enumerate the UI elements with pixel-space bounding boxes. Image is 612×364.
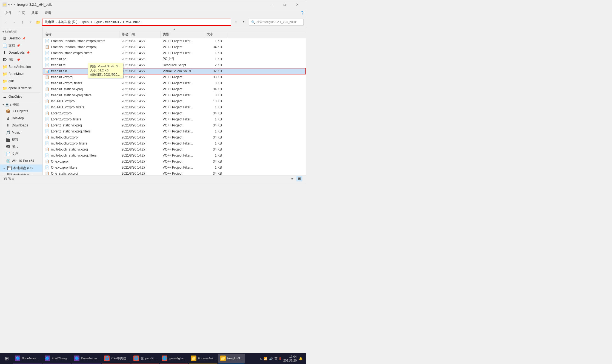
title-bar: 📁 ◂ ▸ ▾ freeglut-3.2.1_x64_build — □ ✕ <box>0 0 306 9</box>
table-row[interactable]: 📋 freeglut_static.vcxproj 2021/8/20 14:2… <box>43 86 306 92</box>
table-row[interactable]: 📄 Lorenz_static.vcxproj.filters 2021/8/2… <box>43 128 306 134</box>
cell-date: 2021/8/20 14:27 <box>119 116 161 122</box>
table-row[interactable]: 📊 freeglut.sln 2021/8/20 14:27 Visual St… <box>43 68 306 74</box>
dropdown-button[interactable]: ▾ <box>232 19 239 26</box>
search-box[interactable]: 🔍 搜索"freeglut-3.2.1_x64_build" <box>249 19 304 26</box>
table-row[interactable]: 📄 freeglut.vcxproj.filters 2021/8/20 14:… <box>43 80 306 86</box>
cell-date: 2021/8/20 14:27 <box>119 38 161 44</box>
table-row[interactable]: 📄 Lorenz.vcxproj.filters 2021/8/20 14:27… <box>43 116 306 122</box>
file-name: multi-touch_static.vcxproj <box>51 148 88 151</box>
forward-button[interactable]: › <box>11 19 18 26</box>
table-row[interactable]: 📋 freeglut.vcxproj 2021/8/20 14:27 VC++ … <box>43 74 306 80</box>
table-row[interactable]: 📋 INSTALL.vcxproj 2021/8/20 14:27 VC++ P… <box>43 98 306 104</box>
path-drive[interactable]: 本地磁盘 (D:) <box>58 20 77 24</box>
table-row[interactable]: 📄 INSTALL.vcxproj.filters 2021/8/20 14:2… <box>43 104 306 110</box>
cell-type: VC++ Project Filter... <box>161 164 204 170</box>
table-row[interactable]: 📄 freeglut_static.vcxproj.filters 2021/8… <box>43 92 306 98</box>
folder-bone-icon: 📁 <box>2 65 7 69</box>
help-button[interactable]: ? <box>301 11 304 16</box>
sidebar-item-downloads[interactable]: ⬇ Downloads 📌 <box>0 49 42 56</box>
sidebar-pictures2-label: 图片 <box>12 145 18 149</box>
win10-icon: 💿 <box>6 159 10 163</box>
col-date-header[interactable]: 修改日期 <box>119 31 161 38</box>
table-row[interactable]: 📄 multi-touch_static.vcxproj.filters 202… <box>43 152 306 158</box>
table-row[interactable]: 📄 Fractals_static.vcxproj.filters 2021/8… <box>43 50 306 56</box>
sidebar-quick-access[interactable]: ▾ 快速访问 <box>0 29 42 35</box>
up-button[interactable]: ↑ <box>19 19 26 26</box>
table-row[interactable]: 📋 multi-touch_static.vcxproj 2021/8/20 1… <box>43 146 306 152</box>
sidebar-video[interactable]: 🎬 视频 <box>0 136 42 143</box>
sidebar-video-label: 视频 <box>12 137 18 142</box>
docs2-icon: 📄 <box>6 152 10 156</box>
table-row[interactable]: 📄 freeglut.rc 2021/8/20 14:27 Resource S… <box>43 62 306 68</box>
sidebar-win10[interactable]: 💿 Win 10 Pro x64 <box>0 157 42 164</box>
sidebar-item-boneanimation[interactable]: 📁 BoneAnimation <box>0 63 42 70</box>
table-row[interactable]: 📄 multi-touch.vcxproj.filters 2021/8/20 … <box>43 140 306 146</box>
cell-size: 1 KB <box>204 128 226 134</box>
sidebar-item-bonemove[interactable]: 📁 BoneMove <box>0 70 42 77</box>
file-name: freeglut.vcxproj.filters <box>51 81 82 85</box>
address-path[interactable]: 此电脑 › 本地磁盘 (D:) › OpenGL › glut › freegl… <box>42 19 231 26</box>
col-size-header[interactable]: 大小 <box>204 31 226 38</box>
table-row[interactable]: 📄 Fractals_random_static.vcxproj.filters… <box>43 38 306 44</box>
maximize-button[interactable]: □ <box>278 0 291 9</box>
sidebar-downloads2[interactable]: ⬇ Downloads <box>0 122 42 129</box>
table-row[interactable]: 📄 freeglut.pc 2021/8/20 14:25 PC 文件 1 KB <box>43 56 306 62</box>
recent-button[interactable]: ▾ <box>27 19 34 26</box>
refresh-button[interactable]: ↻ <box>241 19 248 26</box>
sidebar-3dobjects[interactable]: 📦 3D Objects <box>0 108 42 115</box>
sidebar-item-docs[interactable]: 📄 文档 📌 <box>0 42 42 49</box>
menu-view[interactable]: 查看 <box>42 10 54 16</box>
sidebar-item-opengl[interactable]: 📁 openGlExercise <box>0 85 42 92</box>
path-thispc[interactable]: 此电脑 <box>45 20 55 24</box>
table-row[interactable]: 📋 One.vcxproj 2021/8/20 14:27 VC++ Proje… <box>43 158 306 164</box>
table-row[interactable]: 📋 Fractals_random_static.vcxproj 2021/8/… <box>43 44 306 50</box>
path-opengl[interactable]: OpenGL <box>81 20 93 24</box>
sidebar-music[interactable]: 🎵 Music <box>0 129 42 136</box>
col-type-header[interactable]: 类型 <box>161 31 204 38</box>
sidebar-desktop2[interactable]: 🖥 Desktop <box>0 115 42 122</box>
cell-date: 2021/8/20 14:27 <box>119 44 161 50</box>
scroll-up-indicator[interactable]: ▲ <box>43 27 306 31</box>
file-icon: 📄 <box>45 51 49 55</box>
sidebar-drive-e[interactable]: ▸ 💾 本地磁盘 (E:) <box>0 172 42 175</box>
minimize-button[interactable]: — <box>266 0 278 9</box>
sidebar-thispc-header[interactable]: ▾ 💻 此电脑 <box>0 102 42 108</box>
sidebar-drive-d-label: 本地磁盘 (D:) <box>13 166 33 171</box>
sidebar-drive-d[interactable]: ▸ 💾 本地磁盘 (D:) <box>0 164 42 172</box>
cell-type: VC++ Project Filter... <box>161 50 204 56</box>
path-folder[interactable]: freeglut-3.2.1_x64_build <box>105 20 140 24</box>
explorer-window: 📁 ◂ ▸ ▾ freeglut-3.2.1_x64_build — □ ✕ 文… <box>0 0 306 182</box>
sidebar-item-glut[interactable]: 📁 glut <box>0 77 42 85</box>
close-button[interactable]: ✕ <box>291 0 304 9</box>
table-row[interactable]: 📋 Lorenz_static.vcxproj 2021/8/20 14:27 … <box>43 122 306 128</box>
col-name-header[interactable]: 名称 <box>43 31 119 38</box>
table-row[interactable]: 📋 One_static.vcxproj 2021/8/20 14:27 VC+… <box>43 171 306 175</box>
sidebar-item-pictures[interactable]: 🖼 图片 📌 <box>0 56 42 63</box>
file-icon: 📋 <box>45 87 49 91</box>
menu-file[interactable]: 文件 <box>2 10 15 16</box>
search-icon: 🔍 <box>251 20 255 24</box>
table-row[interactable]: 📋 Lorenz.vcxproj 2021/8/20 14:27 VC++ Pr… <box>43 110 306 116</box>
menu-home[interactable]: 主页 <box>16 10 28 16</box>
file-icon: 📄 <box>45 165 49 170</box>
table-row[interactable]: 📋 multi-touch.vcxproj 2021/8/20 14:27 VC… <box>43 134 306 140</box>
path-glut[interactable]: glut <box>96 20 102 24</box>
table-row[interactable]: 📄 One.vcxproj.filters 2021/8/20 14:27 VC… <box>43 164 306 171</box>
cell-size: 1 KB <box>204 38 226 44</box>
thispc-icon: 💻 <box>5 103 9 106</box>
list-view-btn[interactable]: ≡ <box>289 176 295 181</box>
sidebar-docs2[interactable]: 📄 文档 <box>0 150 42 157</box>
detail-view-btn[interactable]: ⊞ <box>296 176 302 181</box>
sidebar-item-desktop[interactable]: 🖥 Desktop 📌 <box>0 35 42 42</box>
cell-type: VC++ Project Filter... <box>161 128 204 134</box>
sidebar-item-onedrive[interactable]: ☁ OneDrive <box>0 93 42 100</box>
back-button[interactable]: ‹ <box>2 19 10 26</box>
status-view-controls: ≡ ⊞ <box>289 176 302 181</box>
file-name: One_static.vcxproj <box>51 172 78 175</box>
status-bar: 98 项目 ≡ ⊞ <box>0 175 306 182</box>
cell-date: 2021/8/20 14:27 <box>119 104 161 110</box>
sidebar-pictures2[interactable]: 🖼 图片 <box>0 143 42 150</box>
cell-type: Visual Studio Soluti... <box>161 68 204 74</box>
menu-share[interactable]: 共享 <box>29 10 41 16</box>
